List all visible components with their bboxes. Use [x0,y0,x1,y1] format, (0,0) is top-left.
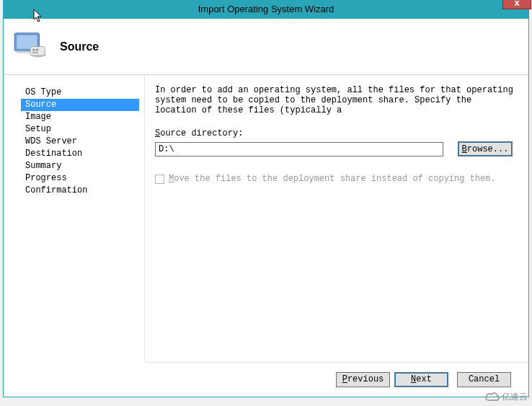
wizard-footer: Previous Next Cancel [145,362,528,396]
cancel-button[interactable]: Cancel [457,372,511,387]
browse-button[interactable]: Browse... [458,141,513,156]
svg-rect-6 [36,49,38,51]
wizard-window: Import Operating System Wizard x Source … [3,0,529,397]
source-directory-input[interactable] [155,142,443,156]
close-icon: x [514,0,519,8]
next-button[interactable]: Next [394,372,448,387]
sidebar-item-wds-server[interactable]: WDS Server [22,136,144,148]
sidebar-item-os-type[interactable]: OS Type [22,87,144,99]
instruction-text: In order to add an operating system, all… [155,85,514,115]
computer-icon [12,27,48,66]
source-dir-label: Source directory: [155,128,514,138]
wizard-steps-sidebar: OS Type Source Image Setup WDS Server De… [4,75,144,362]
window-title: Import Operating System Wizard [4,4,528,14]
titlebar: Import Operating System Wizard x [4,0,528,19]
sidebar-item-summary[interactable]: Summary [22,160,144,172]
watermark: 亿速云 [484,390,528,403]
move-files-option: Move the files to the deployment share i… [155,174,514,184]
previous-button[interactable]: Previous [336,372,390,387]
sidebar-item-image[interactable]: Image [22,111,144,123]
sidebar-item-setup[interactable]: Setup [22,123,144,136]
close-button[interactable]: x [502,0,531,9]
page-title: Source [60,40,99,53]
main-panel: In order to add an operating system, all… [145,75,528,362]
header-panel: Source [4,19,528,75]
move-files-label: Move the files to the deployment share i… [169,174,496,184]
move-files-checkbox [155,175,164,184]
sidebar-item-confirmation[interactable]: Confirmation [22,185,144,197]
svg-rect-7 [32,52,38,53]
sidebar-item-source[interactable]: Source [21,99,139,111]
cloud-icon [484,390,500,403]
watermark-text: 亿速云 [502,391,528,403]
sidebar-item-progress[interactable]: Progress [22,172,144,185]
svg-rect-5 [32,49,35,51]
sidebar-item-destination[interactable]: Destination [22,148,144,160]
